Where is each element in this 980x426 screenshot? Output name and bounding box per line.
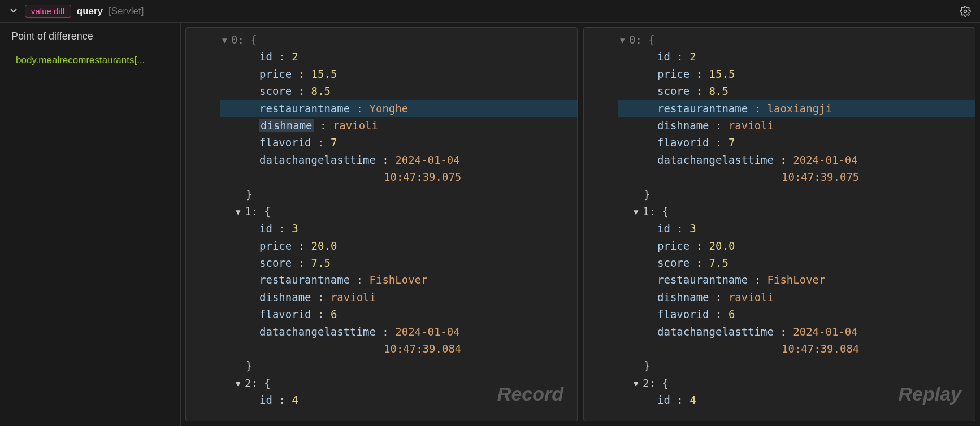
field-row-datachangelasttime-cont: 10:47:39.084	[220, 340, 577, 357]
field-row-datachangelasttime-cont: 10:47:39.075	[618, 168, 975, 185]
field-row-flavorid[interactable]: flavorid : 6	[618, 306, 975, 323]
field-row-flavorid[interactable]: flavorid : 6	[220, 306, 577, 323]
field-row-price[interactable]: price : 15.5	[220, 66, 577, 82]
diff-type-badge: value diff	[25, 5, 71, 18]
object-close-brace: }	[618, 357, 975, 374]
query-subtitle: [Servlet]	[109, 6, 144, 17]
caret-down-icon: ▼	[222, 34, 231, 46]
caret-down-icon: ▼	[236, 377, 245, 390]
svg-point-0	[964, 10, 967, 12]
gear-icon[interactable]	[960, 6, 971, 17]
field-row-restaurantname[interactable]: restaurantname : FishLover	[220, 271, 577, 288]
query-title: query	[77, 6, 103, 17]
field-row-datachangelasttime[interactable]: datachangelasttime : 2024-01-04	[220, 323, 577, 340]
replay-scroll[interactable]: ▼0: {id : 2price : 15.5score : 8.5restau…	[584, 28, 975, 421]
object-close-brace: }	[220, 357, 577, 374]
field-row-datachangelasttime[interactable]: datachangelasttime : 2024-01-04	[618, 151, 975, 168]
field-row-restaurantname[interactable]: restaurantname : laoxiangji	[618, 100, 975, 117]
object-index-row[interactable]: ▼1: {	[220, 203, 577, 220]
record-pane: ▼0: {id : 2price : 15.5score : 8.5restau…	[185, 27, 578, 421]
field-row-dishname[interactable]: dishname : ravioli	[220, 289, 577, 306]
object-index-row[interactable]: ▼1: {	[618, 203, 975, 220]
header-bar: value diff query [Servlet]	[0, 0, 980, 23]
field-row-id[interactable]: id : 4	[220, 392, 577, 408]
field-row-id[interactable]: id : 3	[618, 220, 975, 237]
field-row-score[interactable]: score : 7.5	[618, 254, 975, 271]
field-row-flavorid[interactable]: flavorid : 7	[220, 134, 577, 151]
object-close-brace: }	[220, 186, 577, 203]
record-scroll[interactable]: ▼0: {id : 2price : 15.5score : 8.5restau…	[186, 28, 577, 421]
field-row-id[interactable]: id : 2	[220, 48, 577, 65]
field-row-dishname[interactable]: dishname : ravioli	[220, 117, 577, 134]
field-row-score[interactable]: score : 8.5	[220, 82, 577, 99]
sidebar-title: Point of difference	[11, 31, 169, 42]
field-row-id[interactable]: id : 4	[618, 392, 975, 408]
field-row-score[interactable]: score : 7.5	[220, 254, 577, 271]
object-index-row[interactable]: ▼2: {	[220, 375, 577, 392]
caret-down-icon: ▼	[620, 34, 629, 46]
field-row-dishname[interactable]: dishname : ravioli	[618, 289, 975, 306]
field-row-restaurantname[interactable]: restaurantname : FishLover	[618, 271, 975, 288]
field-row-dishname[interactable]: dishname : ravioli	[618, 117, 975, 134]
field-row-price[interactable]: price : 20.0	[618, 237, 975, 254]
object-close-brace: }	[618, 186, 975, 203]
field-row-datachangelasttime[interactable]: datachangelasttime : 2024-01-04	[618, 323, 975, 340]
object-index-row[interactable]: ▼0: {	[618, 31, 975, 48]
field-row-id[interactable]: id : 3	[220, 220, 577, 237]
sidebar: Point of difference body.mealrecomrestau…	[0, 23, 181, 426]
replay-pane: ▼0: {id : 2price : 15.5score : 8.5restau…	[583, 27, 975, 421]
field-row-score[interactable]: score : 8.5	[618, 82, 975, 99]
caret-down-icon: ▼	[634, 377, 643, 390]
field-row-datachangelasttime[interactable]: datachangelasttime : 2024-01-04	[220, 151, 577, 168]
caret-down-icon: ▼	[236, 206, 245, 218]
field-row-restaurantname[interactable]: restaurantname : Yonghe	[220, 100, 577, 117]
collapse-toggle-icon[interactable]	[9, 6, 19, 17]
field-row-price[interactable]: price : 15.5	[618, 66, 975, 82]
field-row-flavorid[interactable]: flavorid : 7	[618, 134, 975, 151]
field-row-price[interactable]: price : 20.0	[220, 237, 577, 254]
sidebar-item-diff-path[interactable]: body.mealrecomrestaurants[...	[11, 53, 169, 68]
field-row-datachangelasttime-cont: 10:47:39.075	[220, 168, 577, 185]
object-index-row[interactable]: ▼2: {	[618, 375, 975, 392]
object-index-row[interactable]: ▼0: {	[220, 31, 577, 48]
field-row-id[interactable]: id : 2	[618, 48, 975, 65]
caret-down-icon: ▼	[634, 206, 643, 218]
field-row-datachangelasttime-cont: 10:47:39.084	[618, 340, 975, 357]
